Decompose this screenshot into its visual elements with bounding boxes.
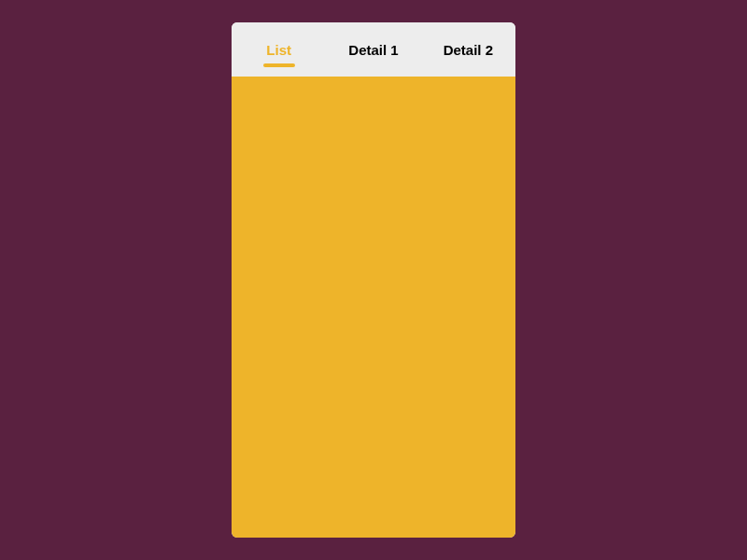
tab-bar: List Detail 1 Detail 2	[232, 22, 515, 77]
tab-list[interactable]: List	[232, 22, 326, 77]
content-area	[232, 77, 515, 538]
device-frame: List Detail 1 Detail 2	[232, 22, 515, 538]
tab-label: List	[266, 42, 291, 58]
tab-label: Detail 2	[444, 42, 493, 58]
tab-label: Detail 1	[348, 42, 398, 58]
tab-detail-2[interactable]: Detail 2	[421, 22, 515, 77]
tab-detail-1[interactable]: Detail 1	[326, 22, 420, 77]
